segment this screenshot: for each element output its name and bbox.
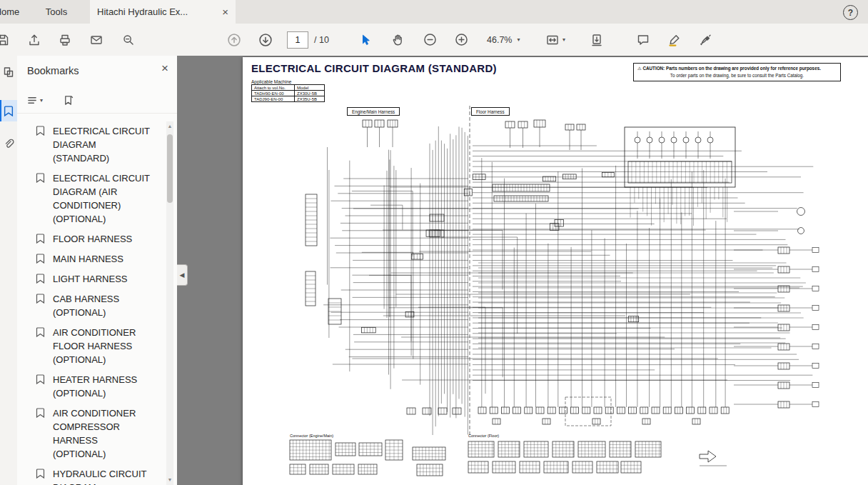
comment-bubble-icon [636,33,650,47]
bookmark-icon [36,274,45,284]
scroll-down-icon[interactable]: ▼ [166,475,173,484]
acrobat-window: Home Tools Hitachi Hydraulic Ex... × ? [0,0,868,485]
tab-document-label: Hitachi Hydraulic Ex... [97,6,215,17]
scrollbar-thumb[interactable] [167,134,173,203]
bookmark-icon [36,234,45,244]
zoom-out-button[interactable] [420,30,440,50]
save-button[interactable] [0,30,13,50]
page-title: ELECTRICAL CIRCUIT DIAGRAM (STANDARD) [251,62,497,74]
page-thumbnails-button[interactable] [0,61,17,83]
printer-icon [58,33,72,47]
bookmark-locate-icon [63,95,74,106]
zoom-in-button[interactable] [451,30,471,50]
connector-floor-label: Connector (Floor) [468,434,499,438]
bookmark-item[interactable]: ELECTRICAL CIRCUIT DIAGRAM (AIR CONDITIO… [36,171,164,226]
tab-bar: Home Tools Hitachi Hydraulic Ex... × ? [0,0,868,24]
toolbar: / 10 46.7% ▾ ▾ [0,24,868,56]
bookmarks-list: ELECTRICAL CIRCUIT DIAGRAM (STANDARD) EL… [17,121,164,485]
bookmark-icon [36,469,45,479]
signature-pen-icon [699,33,713,47]
bookmarks-toolbar: ▾ [17,87,177,114]
tab-tools[interactable]: Tools [33,0,80,24]
hand-icon [391,33,405,47]
bookmark-icon [36,408,45,418]
thumbnails-icon [3,66,14,78]
bookmark-icon [36,173,45,183]
bookmarks-panel-button[interactable] [0,100,17,121]
email-button[interactable] [86,30,106,50]
select-tool-button[interactable] [355,30,375,50]
chevron-down-icon: ▾ [562,36,565,43]
envelope-icon [89,33,104,47]
comment-button[interactable] [633,30,653,50]
upload-icon [27,33,41,47]
attachments-button[interactable] [0,133,17,154]
page-total-label: / 10 [314,35,329,45]
bookmark-icon [4,106,14,116]
wiring-schematic [243,57,868,485]
options-list-icon [27,95,38,106]
bookmark-options-button[interactable]: ▾ [24,91,46,109]
page-number-input[interactable] [287,31,308,49]
document-canvas: ◀ ELECTRICAL CIRCUIT DIAGRAM (STANDARD) … [177,56,868,485]
fit-width-icon [545,33,560,47]
tab-home-label: Home [0,6,19,17]
help-icon[interactable]: ? [843,5,858,20]
plus-circle-icon [454,32,469,47]
cursor-icon [358,33,373,47]
close-panel-icon[interactable]: × [161,62,168,74]
panel-title: Bookmarks [27,65,79,76]
bookmark-icon [36,374,45,384]
bookmark-icon [36,327,45,337]
next-page-button[interactable] [256,30,276,50]
bookmark-item[interactable]: AIR CONDITIONER FLOOR HARNESS (OPTIONAL) [36,326,164,366]
bookmark-item[interactable]: LIGHT HARNESS [36,272,164,286]
share-button[interactable] [24,30,44,50]
bookmark-icon [36,254,45,264]
machine-table: Attach to vol.No. Model TADH90-EN-00 ZX3… [251,84,325,102]
bookmark-item[interactable]: HYDRAULIC CIRCUIT DIAGRAM [36,467,164,485]
chevron-down-icon: ▾ [517,36,520,43]
bookmark-item[interactable]: HEATER HARNESS (OPTIONAL) [36,373,164,400]
search-button[interactable] [118,30,138,50]
floor-harness-label: Floor Harness [471,107,510,116]
bookmark-item[interactable]: AIR CONDITIONER COMPRESSOR HARNESS (OPTI… [36,406,164,461]
collapse-panel-button[interactable]: ◀ [177,264,188,286]
bookmark-item[interactable]: CAB HARNESS (OPTIONAL) [36,292,164,319]
bookmark-item[interactable]: MAIN HARNESS [36,252,164,266]
save-icon [0,33,10,47]
caution-box: ⚠ CAUTION: Parts numbers on the drawing … [633,63,841,81]
minus-circle-icon [423,32,438,47]
bookmark-icon [36,126,45,136]
page-down-icon [258,32,273,48]
search-minus-icon [121,33,136,47]
sign-button[interactable] [696,30,716,50]
zoom-level-value: 46.7% [487,35,512,45]
scroll-up-icon[interactable]: ▲ [166,121,173,130]
page-up-icon [226,32,242,48]
expand-current-bookmark-button[interactable] [57,91,79,109]
highlighter-icon [667,33,682,47]
bookmark-item[interactable]: FLOOR HARNESS [36,232,164,246]
close-tab-icon[interactable]: × [222,6,228,17]
tab-home[interactable]: Home [0,0,30,24]
navigation-rail [0,56,18,485]
bookmarks-panel: Bookmarks × ▾ ELECTRICAL CIRCUIT DIAGRAM… [17,56,178,485]
tab-document[interactable]: Hitachi Hydraulic Ex... × [90,0,236,24]
connector-engine-label: Connector (Engine/Main) [290,434,333,438]
previous-page-button[interactable] [224,30,244,50]
scrolling-mode-icon [590,33,604,47]
pdf-page: ELECTRICAL CIRCUIT DIAGRAM (STANDARD) ⚠ … [243,57,868,485]
tab-tools-label: Tools [46,6,67,17]
print-button[interactable] [55,30,75,50]
highlight-button[interactable] [665,30,685,50]
page-display-button[interactable] [587,30,607,50]
engine-main-harness-label: Engine/Main Harness [347,107,400,116]
panel-scrollbar[interactable]: ▲ ▼ [166,121,173,485]
bookmark-icon [36,294,45,304]
hand-tool-button[interactable] [388,30,408,50]
bookmark-item[interactable]: ELECTRICAL CIRCUIT DIAGRAM (STANDARD) [36,124,164,165]
zoom-level-dropdown[interactable]: 46.7% ▾ [487,35,520,45]
chevron-down-icon: ▾ [40,97,43,104]
fit-width-button[interactable]: ▾ [545,33,565,47]
